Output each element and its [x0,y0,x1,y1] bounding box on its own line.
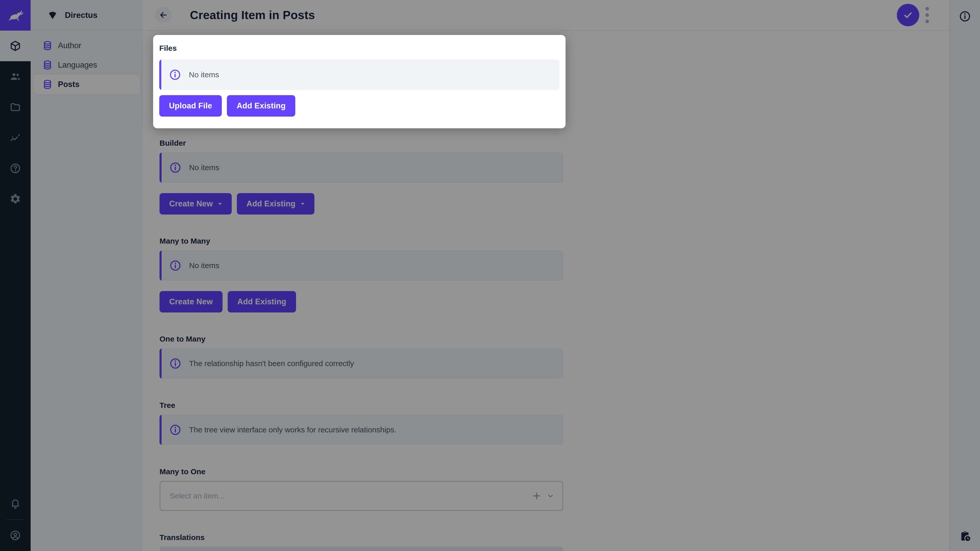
add-existing-button[interactable]: Add Existing [227,95,295,117]
no-items-notice: No items [159,59,559,90]
files-field-card: Files No items Upload File Add Existing [153,35,566,128]
upload-file-button[interactable]: Upload File [159,95,222,117]
button-label: Add Existing [237,101,286,110]
field-actions: Upload File Add Existing [159,95,559,117]
info-icon [167,68,181,81]
field-label: Files [159,43,559,53]
notice-text: No items [189,70,219,79]
button-label: Upload File [169,101,212,110]
